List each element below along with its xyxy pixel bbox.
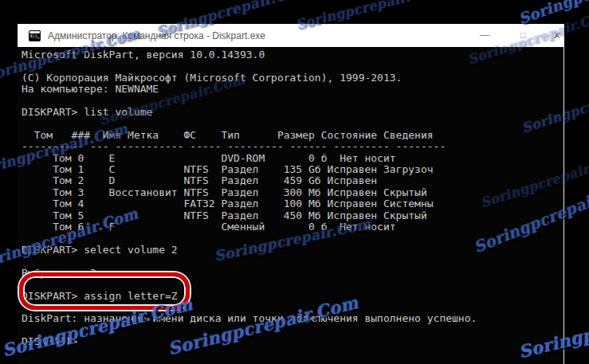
desktop-background: Администратор: Командная строка - Diskpa…: [0, 0, 589, 364]
window-titlebar[interactable]: Администратор: Командная строка - Diskpa…: [18, 24, 563, 47]
console-output: Microsoft DiskPart, версия 10.0.14393.0 …: [18, 47, 563, 348]
window-title: Администратор: Командная строка - Diskpa…: [48, 30, 265, 41]
console-area[interactable]: Microsoft DiskPart, версия 10.0.14393.0 …: [18, 47, 563, 364]
cmd-window: Администратор: Командная строка - Diskpa…: [18, 24, 564, 364]
cmd-icon: [29, 30, 41, 41]
close-button[interactable]: ✕: [544, 24, 571, 47]
maximize-button[interactable]: □: [509, 24, 536, 47]
minimize-button[interactable]: —: [471, 24, 498, 47]
